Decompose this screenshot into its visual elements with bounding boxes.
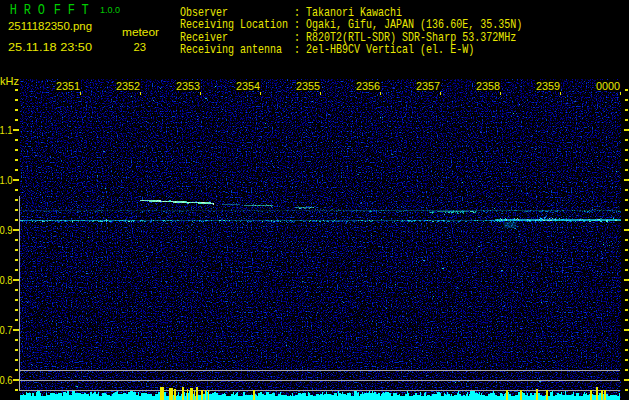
svg-text:2356: 2356 (356, 80, 380, 92)
svg-text:R: R (24, 2, 31, 19)
svg-text:2357: 2357 (416, 80, 440, 92)
svg-text:O: O (38, 2, 45, 19)
svg-text:kHz: kHz (0, 75, 19, 87)
svg-text:0.7: 0.7 (0, 324, 13, 336)
svg-text:2354: 2354 (236, 80, 261, 92)
svg-text:F: F (68, 2, 75, 19)
svg-text:T: T (82, 2, 89, 19)
svg-text:1.0: 1.0 (0, 174, 13, 186)
svg-text:25.11.18 23:50: 25.11.18 23:50 (8, 41, 92, 53)
svg-text:0.6: 0.6 (0, 374, 13, 386)
svg-text:1.1: 1.1 (0, 124, 13, 136)
svg-text:23: 23 (134, 41, 147, 53)
svg-text:2352: 2352 (116, 80, 140, 92)
svg-text:0000: 0000 (596, 80, 620, 92)
svg-text:0.8: 0.8 (0, 274, 13, 286)
svg-text:2511182350.png: 2511182350.png (8, 20, 92, 32)
svg-text:1.0.0: 1.0.0 (100, 5, 120, 15)
svg-text:2353: 2353 (176, 80, 200, 92)
svg-text:2351: 2351 (56, 80, 80, 92)
svg-text:meteor: meteor (122, 26, 159, 38)
svg-text:2358: 2358 (476, 80, 500, 92)
svg-text:H: H (10, 2, 17, 19)
svg-text:0.9: 0.9 (0, 224, 13, 236)
svg-text:Receiving antenna : 2el-HB9CV: Receiving antenna : 2el-HB9CV Vertical (… (180, 42, 474, 57)
svg-text:F: F (54, 2, 61, 19)
svg-text:2355: 2355 (296, 80, 320, 92)
svg-text:2359: 2359 (536, 80, 560, 92)
